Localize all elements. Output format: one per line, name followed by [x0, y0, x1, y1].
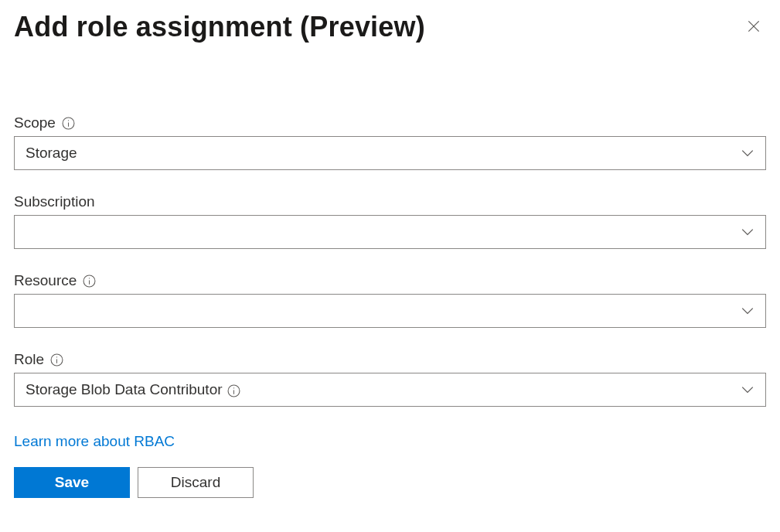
svg-point-3	[68, 120, 69, 121]
chevron-down-icon	[741, 383, 754, 397]
field-scope: Scope Storage	[14, 114, 766, 170]
discard-button[interactable]: Discard	[138, 467, 254, 498]
svg-point-12	[233, 387, 233, 388]
page-title: Add role assignment (Preview)	[14, 11, 425, 43]
rbac-learn-more-link[interactable]: Learn more about RBAC	[14, 433, 175, 450]
field-label-row: Scope	[14, 114, 766, 131]
scope-dropdown[interactable]: Storage	[14, 136, 766, 170]
svg-point-9	[56, 356, 57, 357]
role-value-text: Storage Blob Data Contributor	[26, 381, 223, 398]
field-subscription: Subscription	[14, 193, 766, 249]
info-icon[interactable]	[62, 117, 75, 130]
chevron-down-icon	[741, 225, 754, 239]
svg-point-6	[89, 278, 90, 278]
chevron-down-icon	[741, 304, 754, 318]
button-row: Save Discard	[14, 467, 766, 498]
close-icon	[746, 19, 761, 36]
info-icon[interactable]	[50, 353, 63, 367]
field-resource: Resource	[14, 272, 766, 328]
field-label-row: Subscription	[14, 193, 766, 210]
panel-header: Add role assignment (Preview)	[14, 11, 766, 43]
role-label: Role	[14, 351, 44, 368]
field-label-row: Role	[14, 351, 766, 368]
close-button[interactable]	[741, 15, 766, 39]
chevron-down-icon	[741, 146, 754, 160]
resource-dropdown[interactable]	[14, 294, 766, 328]
scope-value: Storage	[26, 145, 77, 162]
role-dropdown[interactable]: Storage Blob Data Contributor	[14, 373, 766, 407]
field-role: Role Storage Blob Data Contributor	[14, 351, 766, 407]
scope-label: Scope	[14, 114, 56, 131]
info-icon[interactable]	[227, 384, 240, 397]
field-label-row: Resource	[14, 272, 766, 289]
subscription-label: Subscription	[14, 193, 95, 210]
info-icon[interactable]	[83, 275, 96, 288]
save-button[interactable]: Save	[14, 467, 130, 498]
subscription-dropdown[interactable]	[14, 215, 766, 249]
role-value: Storage Blob Data Contributor	[26, 381, 240, 398]
resource-label: Resource	[14, 272, 77, 289]
